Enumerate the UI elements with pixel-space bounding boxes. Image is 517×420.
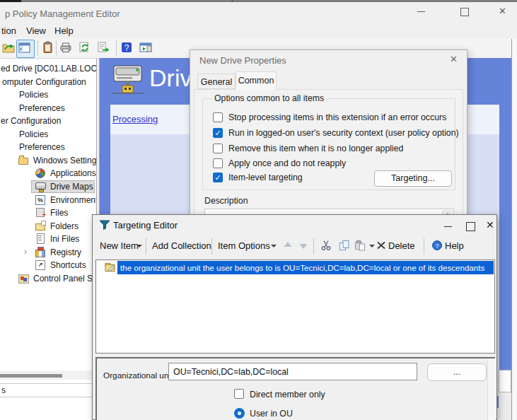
add-collection-button[interactable]: Add Collection <box>152 240 211 251</box>
tree-item[interactable]: omputer Configuration <box>0 76 96 88</box>
refresh-icon[interactable] <box>79 41 93 55</box>
organizational-unit-input[interactable] <box>168 363 417 380</box>
close-icon[interactable]: ✕ <box>486 219 494 231</box>
tree-item-label: Shortcuts <box>50 260 86 270</box>
paste-icon[interactable] <box>354 240 366 251</box>
targeting-item-list[interactable]: the organizational unit the user belongs… <box>95 259 495 354</box>
tree-item[interactable]: ›Registry <box>0 246 96 259</box>
chevron-down-icon[interactable] <box>369 245 375 250</box>
tree-item[interactable]: ed Drive [DC01.LAB.LOCA <box>0 62 96 75</box>
help-circle-icon[interactable]: ? <box>431 240 443 251</box>
tree-item[interactable]: Policies <box>0 128 96 141</box>
forward-folder-icon[interactable] <box>2 41 16 55</box>
menu-help[interactable]: Help <box>54 25 74 36</box>
minimize-icon[interactable] <box>444 226 452 227</box>
tab-common[interactable]: Common <box>236 71 277 90</box>
menu-action[interactable]: tion <box>1 25 16 36</box>
console-tree-button[interactable] <box>16 40 35 58</box>
tree-item-label: Ini Files <box>50 234 79 244</box>
export-list-icon[interactable] <box>97 41 111 55</box>
copy-icon[interactable] <box>339 240 350 251</box>
new-item-button[interactable]: New Item <box>100 240 139 251</box>
checkbox-checked[interactable] <box>213 128 223 138</box>
tab-general[interactable]: General <box>197 74 236 89</box>
down-arrow-icon[interactable] <box>298 240 309 251</box>
tree-item-label: omputer Configuration <box>2 77 86 87</box>
tree-item-label: ed Drive [DC01.LAB.LOCA <box>1 64 97 74</box>
tree-item[interactable]: Drive Maps <box>0 180 96 193</box>
targeting-item-row[interactable]: the organizational unit the user belongs… <box>96 261 494 274</box>
checkbox-label: Run in logged-on user's security context… <box>228 128 459 138</box>
maximize-icon[interactable] <box>460 8 469 16</box>
tree-item[interactable]: Ini Files <box>0 233 96 245</box>
svg-text:?: ? <box>435 243 438 250</box>
toolbar-separator <box>37 40 38 56</box>
minimize-icon[interactable] <box>417 11 425 12</box>
action-pane-icon[interactable] <box>139 41 153 55</box>
files-icon <box>35 207 46 218</box>
dialog-close-icon[interactable]: ✕ <box>450 54 458 64</box>
tree-item-label: er Configuration <box>1 116 61 126</box>
tree-item-label: Drive Maps <box>50 182 93 192</box>
user-in-ou-radio[interactable] <box>234 408 245 419</box>
item-options-button[interactable]: Item Options <box>218 240 270 251</box>
help-button[interactable]: Help <box>445 240 464 251</box>
processing-link[interactable]: Processing <box>112 114 158 124</box>
targeting-toolbar: New Item Add Collection Item Options Del… <box>93 235 496 258</box>
panel-scrollbar[interactable] <box>487 358 496 420</box>
toolbar-separator <box>211 238 212 255</box>
tree-item-label: Policies <box>19 90 48 100</box>
tree-item[interactable]: Environment <box>0 194 96 206</box>
tree-item[interactable]: Policies <box>0 88 96 101</box>
tree-item-label: Preferences <box>19 103 65 113</box>
cut-icon[interactable] <box>320 240 332 251</box>
direct-member-only-checkbox[interactable] <box>234 389 244 399</box>
checkbox-label: Remove this item when it is no longer ap… <box>228 144 403 153</box>
tree-item-label: Folders <box>50 221 79 231</box>
tree-item[interactable]: Applications <box>0 167 96 180</box>
browse-button[interactable]: ... <box>427 363 487 381</box>
targeting-editor-window: Targeting Editor ✕ New Item Add Collecti… <box>92 214 497 420</box>
tree-item[interactable]: Preferences <box>0 141 96 153</box>
console-tree-icon <box>18 42 31 54</box>
tree-item[interactable]: er Configuration <box>0 115 96 127</box>
status-bar-text: s <box>1 385 6 395</box>
targeting-button[interactable]: Targeting... <box>374 170 452 187</box>
tree-item[interactable]: Preferences <box>0 102 96 115</box>
direct-member-only-label: Direct member only <box>250 390 325 399</box>
applications-icon <box>35 168 46 178</box>
tree-item-label: Files <box>50 208 68 218</box>
pane-scroll-button[interactable] <box>499 370 511 392</box>
tree-scrollbar-thumb[interactable] <box>0 374 62 378</box>
menu-view[interactable]: View <box>26 25 46 36</box>
tree-item-label: Registry <box>50 247 81 257</box>
tree-item-label: Policies <box>19 129 48 139</box>
registry-icon <box>35 247 46 257</box>
group-box-label: Options common to all items <box>211 93 327 103</box>
toolbar-separator <box>116 40 117 56</box>
selected-targeting-item[interactable]: the organizational unit the user belongs… <box>117 261 494 274</box>
delete-x-icon[interactable] <box>376 240 387 251</box>
chevron-down-icon[interactable] <box>136 245 142 250</box>
up-arrow-icon[interactable] <box>282 240 294 251</box>
maximize-icon[interactable] <box>466 222 475 231</box>
checkbox-unchecked[interactable] <box>213 158 223 168</box>
folder-icon <box>18 155 29 165</box>
checkbox-unchecked[interactable] <box>213 144 223 153</box>
checkbox-unchecked[interactable] <box>213 112 223 122</box>
checkbox-checked[interactable] <box>213 173 223 182</box>
printer-icon[interactable] <box>59 41 74 55</box>
tree-item[interactable]: Shortcuts <box>0 259 96 272</box>
tree-item[interactable]: Folders <box>0 220 96 233</box>
clipboard-icon[interactable] <box>41 41 55 55</box>
tree-item[interactable]: Windows Settings <box>0 154 96 167</box>
help-icon[interactable]: ? <box>120 41 134 55</box>
delete-button[interactable]: Delete <box>388 240 415 251</box>
chevron-down-icon[interactable] <box>271 245 277 250</box>
tree-item[interactable]: Control Panel Sett <box>0 272 96 285</box>
close-icon[interactable]: ✕ <box>499 6 506 16</box>
tree-item[interactable]: Files <box>0 206 96 219</box>
status-bar-divider <box>0 397 92 397</box>
expander-chevron-icon[interactable]: › <box>24 247 27 257</box>
funnel-icon <box>99 219 110 231</box>
